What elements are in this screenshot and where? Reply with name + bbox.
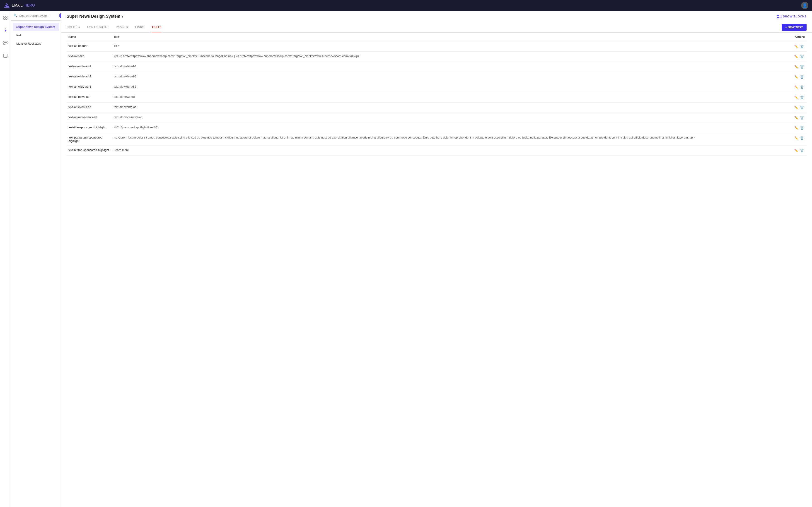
icon-sidebar (0, 11, 11, 507)
sidebar-item-monster-rockstars[interactable]: Monster Rockstars (13, 40, 59, 48)
table-row: text-website<p><a href="https://www.supe… (67, 52, 807, 62)
table-cell-name: text-paragraph-sponsored-highlight (67, 133, 112, 146)
sidebar-icon-grid[interactable] (1, 13, 9, 22)
edit-row-button[interactable]: ✏️ (794, 115, 799, 120)
edit-row-button[interactable]: ✏️ (794, 148, 799, 153)
search-input[interactable] (19, 14, 57, 17)
table-row: text-button-sponsored-highlightLearn mor… (67, 146, 807, 156)
table-cell-actions: ✏️🗑️ (792, 133, 807, 146)
delete-row-button[interactable]: 🗑️ (799, 136, 805, 140)
edit-row-button[interactable]: ✏️ (794, 85, 799, 90)
svg-rect-22 (779, 17, 782, 17)
search-icon: 🔍 (14, 14, 17, 17)
table-cell-name: text-alt-header (67, 42, 112, 52)
delete-row-button[interactable]: 🗑️ (799, 75, 805, 79)
table-cell-name: text-button-sponsored-highlight (67, 146, 112, 156)
table-row: text-alt-wide-ad-1text-alt-wide-ad-1✏️🗑️ (67, 62, 807, 72)
svg-rect-23 (779, 18, 782, 18)
svg-rect-6 (6, 18, 7, 19)
table-cell-name: text-alt-wide-ad-3 (67, 82, 112, 92)
add-design-system-button[interactable]: + (59, 13, 61, 18)
sidebar-icon-blocks[interactable] (1, 39, 9, 47)
tab-font-stacks[interactable]: FONT STACKS (87, 22, 108, 33)
table-cell-text: text-alt-wide-ad-3 (112, 82, 792, 92)
svg-rect-14 (4, 44, 5, 45)
delete-row-button[interactable]: 🗑️ (799, 115, 805, 120)
table-cell-name: text-alt-wide-ad-2 (67, 72, 112, 82)
sidebar-item-test[interactable]: test (13, 31, 59, 39)
tabs-actions: + NEW TEXT (782, 24, 807, 31)
table-cell-actions: ✏️🗑️ (792, 113, 807, 123)
edit-row-button[interactable]: ✏️ (794, 136, 799, 140)
delete-row-button[interactable]: 🗑️ (799, 148, 805, 153)
logo-hero-text: HERO (24, 3, 35, 7)
edit-row-button[interactable]: ✏️ (794, 105, 799, 110)
table-cell-text: <p><a href="https://www.supernewscorp.co… (112, 52, 792, 62)
delete-row-button[interactable]: 🗑️ (799, 126, 805, 130)
chevron-down-icon: ▾ (122, 15, 123, 18)
edit-row-button[interactable]: ✏️ (794, 126, 799, 130)
table-cell-name: text-website (67, 52, 112, 62)
content-title[interactable]: Super News Design System ▾ (67, 14, 123, 19)
table-header-row: Name Text Actions (67, 33, 807, 42)
main-layout: 🔍 + Super News Design System test Monste… (0, 11, 812, 507)
sidebar-icon-design[interactable] (1, 26, 9, 35)
sidebar-icon-table[interactable] (1, 52, 9, 60)
content-header: Super News Design System ▾ SHOW BLOCKS (61, 11, 812, 22)
table-cell-name: text-alt-events-ad (67, 103, 112, 113)
show-blocks-label: SHOW BLOCKS (783, 15, 807, 18)
table-cell-actions: ✏️🗑️ (792, 92, 807, 103)
table-cell-actions: ✏️🗑️ (792, 123, 807, 133)
table-cell-text: text-alt-events-ad (112, 103, 792, 113)
edit-row-button[interactable]: ✏️ (794, 95, 799, 100)
svg-rect-21 (777, 17, 779, 18)
edit-row-button[interactable]: ✏️ (794, 54, 799, 59)
delete-row-button[interactable]: 🗑️ (799, 44, 805, 49)
table-cell-text: Learn more (112, 146, 792, 156)
table-cell-text: text-alt-wide-ad-2 (112, 72, 792, 82)
table-cell-actions: ✏️🗑️ (792, 42, 807, 52)
tab-links[interactable]: LINKS (135, 22, 144, 33)
table-cell-name: text-alt-news-ad (67, 92, 112, 103)
user-avatar[interactable]: 👤 (801, 2, 808, 9)
logo-email-text: EMAIL (12, 3, 23, 7)
table-cell-name: text-alt-wide-ad-1 (67, 62, 112, 72)
logo-icon (4, 2, 10, 9)
new-text-button[interactable]: + NEW TEXT (782, 24, 807, 31)
table-cell-actions: ✏️🗑️ (792, 146, 807, 156)
delete-row-button[interactable]: 🗑️ (799, 64, 805, 69)
sidebar-item-super-news[interactable]: Super News Design System (13, 23, 59, 31)
svg-point-7 (5, 30, 6, 31)
col-header-name: Name (67, 33, 112, 42)
table-cell-name: text-alt-more-news-ad (67, 113, 112, 123)
table-cell-text: <h2>Sponsored spotlight title</h2> (112, 123, 792, 133)
edit-row-button[interactable]: ✏️ (794, 75, 799, 79)
delete-row-button[interactable]: 🗑️ (799, 85, 805, 90)
delete-row-button[interactable]: 🗑️ (799, 95, 805, 100)
table-cell-actions: ✏️🗑️ (792, 103, 807, 113)
search-bar: 🔍 + (11, 11, 61, 20)
tab-colors[interactable]: COLORS (67, 22, 80, 33)
content-title-text: Super News Design System (67, 14, 120, 19)
sidebar-items-list: Super News Design System test Monster Ro… (11, 20, 61, 50)
table-row: text-alt-news-adtext-alt-news-ad✏️🗑️ (67, 92, 807, 103)
table-cell-text: text-alt-news-ad (112, 92, 792, 103)
svg-rect-18 (777, 15, 779, 16)
table-cell-actions: ✏️🗑️ (792, 52, 807, 62)
table-row: text-alt-wide-ad-2text-alt-wide-ad-2✏️🗑️ (67, 72, 807, 82)
svg-rect-4 (6, 16, 7, 17)
col-header-text: Text (112, 33, 792, 42)
edit-row-button[interactable]: ✏️ (794, 64, 799, 69)
delete-row-button[interactable]: 🗑️ (799, 105, 805, 110)
table-row: text-alt-wide-ad-3text-alt-wide-ad-3✏️🗑️ (67, 82, 807, 92)
show-blocks-button[interactable]: SHOW BLOCKS (777, 15, 807, 18)
table-row: text-alt-headerTitle✏️🗑️ (67, 42, 807, 52)
table-cell-text: Title (112, 42, 792, 52)
delete-row-button[interactable]: 🗑️ (799, 54, 805, 59)
table-row: text-title-sponsored-highlight<h2>Sponso… (67, 123, 807, 133)
blocks-icon (777, 15, 782, 18)
table-container: Name Text Actions text-alt-headerTitle✏️… (61, 33, 812, 507)
edit-row-button[interactable]: ✏️ (794, 44, 799, 49)
tab-images[interactable]: IMAGES (116, 22, 128, 33)
tab-texts[interactable]: TEXTS (152, 22, 161, 33)
